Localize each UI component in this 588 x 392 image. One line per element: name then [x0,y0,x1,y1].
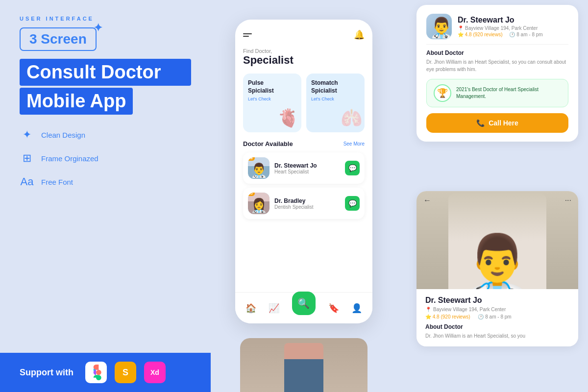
specialist-title: Specialist [243,54,365,67]
doctor-name-2: Dr. Bradley [274,197,340,204]
rb-hours: 🕐 8 am - 8 pm [478,314,511,319]
nav-bookmark[interactable]: 🔖 [328,303,339,314]
phone-main: 🔔 Find Doctor, Specialist PulseSpicialis… [235,20,372,323]
see-more-link[interactable]: See More [343,141,365,147]
stomatch-link[interactable]: Let's Check [311,97,360,101]
call-button[interactable]: 📞 Call Here [426,113,568,133]
feature-label: Clean Design [41,131,85,139]
doctor-name-1: Dr. Steewart Jo [274,162,340,169]
feature-label: Frame Orginazed [41,154,98,163]
profile-stats: ⭐ 4.8 (920 reviews) 🕐 8 am - 8 pm [458,32,543,37]
svg-point-0 [96,370,101,375]
title-line1: Consult Doctor [20,59,191,86]
phone-header: Find Doctor, Specialist [243,48,365,67]
notification-icon[interactable]: 🔔 [354,29,365,40]
doctor-available-header: Doctor Available See More [243,140,365,147]
right-bottom-card: ← ··· 👨‍⚕️ Dr. Steewart Jo 📍 Bayview Vil… [416,191,578,346]
right-bottom-info: Dr. Steewart Jo 📍 Bayview Village 194, P… [416,289,578,346]
feature-item-clean-design: ✦ Clean Design [20,128,191,141]
chat-btn-2[interactable]: 💬 [345,196,360,211]
profile-details: Dr. Steewart Jo 📍 Bayview Village 194, P… [458,16,543,37]
features-list: ✦ Clean Design ⊞ Frame Orginazed Aa Free… [20,128,191,188]
font-icon: Aa [20,175,34,188]
person-silhouette [284,343,323,392]
find-doctor-text: Find Doctor, [243,48,365,54]
rating-badge-1: 4.8 [248,157,255,161]
doctor-avatar-2: 4.5 👩‍⚕️ [248,193,270,214]
xd-badge: Xd [144,362,166,383]
hours: 🕐 8 am - 8 pm [509,32,542,37]
rb-stats: ⭐ 4.8 (920 reviews) 🕐 8 am - 8 pm [425,314,569,319]
pulse-card[interactable]: PulseSpicialist Let's Check 🫀 [243,74,301,132]
profile-avatar: 👨‍⚕️ [426,14,452,39]
back-icon[interactable]: ← [423,196,431,205]
about-text: Dr. Jhon William is an Heart Specialist,… [426,58,568,73]
doctor-photo-bg: ← ··· 👨‍⚕️ [416,191,578,289]
profile-name: Dr. Steewart Jo [458,16,543,24]
rb-star-rating: ⭐ 4.8 (920 reviews) [425,314,470,319]
title-line2: Mobile App [20,88,133,115]
phone-top-bar: 🔔 [243,29,365,40]
nav-profile[interactable]: 👤 [351,303,362,314]
nav-activity[interactable]: 📈 [269,303,279,314]
feature-item-frame: ⊞ Frame Orginazed [20,152,191,165]
figma-badge [85,362,107,383]
more-icon[interactable]: ··· [565,196,571,205]
rating-badge-2: 4.5 [248,193,255,196]
pulse-link[interactable]: Let's Check [248,97,296,101]
sparkle-icon: ✦ [20,128,34,141]
stomatch-title: StomatchSpicialist [311,79,360,95]
layers-icon: ⊞ [20,152,34,165]
support-bar: Support with S Xd [0,353,211,392]
star-rating: ⭐ 4.8 (920 reviews) [458,32,502,37]
doctor-specialty-1: Heart Specialist [274,169,340,174]
award-card: 🏆 2021's Best Doctor of Heart Specialist… [426,79,568,107]
doctor-specialty-2: Dentish Specialist [274,204,340,210]
doctor-avatar-1: 4.8 👨‍⚕️ [248,157,270,179]
rb-about-text: Dr. Jhon William is an Heart Specialist,… [425,332,569,340]
bottom-photo [240,338,368,392]
doctor-profile-header: 👨‍⚕️ Dr. Steewart Jo 📍 Bayview Village 1… [426,14,568,39]
right-top-card: 👨‍⚕️ Dr. Steewart Jo 📍 Bayview Village 1… [416,5,578,142]
rb-doctor-name: Dr. Steewart Jo [425,296,569,305]
chat-btn-1[interactable]: 💬 [345,161,360,175]
rb-about-title: About Doctor [425,323,569,330]
feature-item-font: Aa Free Font [20,175,191,188]
specialty-cards: PulseSpicialist Let's Check 🫀 StomatchSp… [243,74,365,132]
divider-1 [426,44,568,45]
stomach-illustration: 🫁 [341,108,363,128]
doctor-card-2[interactable]: 4.5 👩‍⚕️ Dr. Bradley Dentish Specialist … [243,188,365,219]
stomatch-card[interactable]: StomatchSpicialist Let's Check 🫁 [306,74,365,132]
doctor-info-2: Dr. Bradley Dentish Specialist [274,197,340,210]
award-icon: 🏆 [434,84,451,102]
feature-label: Free Font [41,178,73,186]
phone-bottom-nav: 🏠 📈 🔍 🔖 👤 [235,292,372,323]
screen-badge: 3 Screen [20,27,97,51]
support-label: Support with [20,368,74,378]
pulse-title: PulseSpicialist [248,79,296,95]
doctor-card-1[interactable]: 4.8 👨‍⚕️ Dr. Steewart Jo Heart Specialis… [243,152,365,184]
nav-home[interactable]: 🏠 [245,303,256,314]
profile-location: 📍 Bayview Village 194, Park Center [458,25,543,31]
rb-location-icon: 📍 [425,307,431,312]
location-icon: 📍 [458,25,464,31]
ui-label: USER INTERFACE [20,16,191,22]
sketch-badge: S [115,362,136,383]
nav-search-btn[interactable]: 🔍 [292,292,316,315]
right-bottom-nav: ← ··· [416,196,578,205]
left-panel: USER INTERFACE 3 Screen Consult Doctor M… [0,0,211,392]
heart-illustration: 🫀 [277,108,299,128]
doctor-available-title: Doctor Available [243,140,293,147]
doctor-info-1: Dr. Steewart Jo Heart Specialist [274,162,340,174]
title-block: Consult Doctor Mobile App [20,59,191,115]
award-text: 2021's Best Doctor of Heart Specialist M… [456,86,561,100]
phone-screen: 🔔 Find Doctor, Specialist PulseSpicialis… [235,20,372,323]
about-title: About Doctor [426,49,568,56]
rb-location: 📍 Bayview Village 194, Park Center [425,307,569,312]
phone-bottom-preview [240,338,368,392]
hamburger-menu[interactable] [243,33,252,37]
